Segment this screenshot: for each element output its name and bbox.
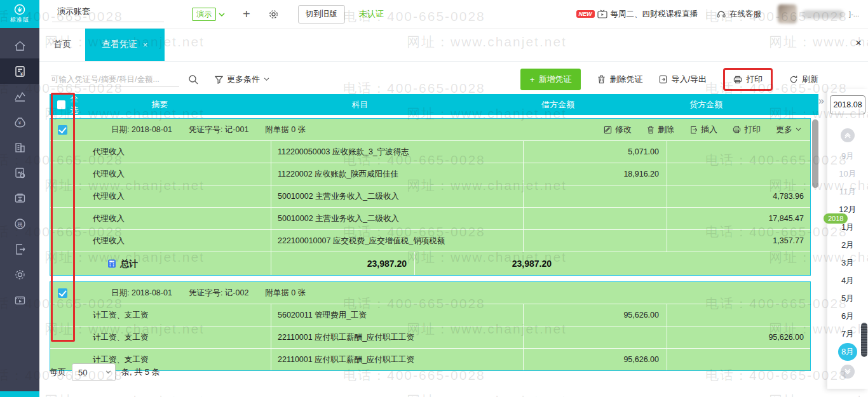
settings-gear-icon[interactable] (268, 9, 279, 20)
voucher-block: 日期: 2018-08-01 凭证字号: 记-002 附单据 0 张 计工资、支… (50, 281, 811, 371)
cashier-icon (13, 192, 27, 205)
app-window: 标准版 ¥ ¥ 税 (0, 0, 868, 397)
voucher-actions: 修改 删除 插入 打印 更多 (604, 119, 801, 140)
cloud-logo-icon (12, 4, 27, 15)
voucher-entry-row[interactable]: 代理收入 50010002 主营业务收入_二级收入 17,845.47 (50, 207, 810, 229)
entry-debit: 18,916.20 (523, 163, 667, 185)
trash-icon (597, 75, 606, 84)
month-item-5月[interactable]: 5月 (827, 290, 868, 307)
sidebar-item-voucher[interactable]: ¥ (0, 58, 39, 84)
scroll-down-icon[interactable] (841, 365, 855, 379)
chevron-down-icon[interactable] (219, 10, 225, 19)
uncertified-status[interactable]: 未认证 (359, 8, 384, 20)
live-course-link[interactable]: 每周二、四财税课程直播 (611, 9, 698, 20)
tab-close-icon[interactable]: × (143, 40, 148, 50)
sidebar-nav: ¥ ¥ 税 (0, 28, 39, 313)
voucher-entry-row[interactable]: 代理收入 112200050003 应收账款_3_宁波得志 5,071.00 (50, 140, 810, 163)
sidebar-item-asset[interactable] (0, 135, 39, 160)
entry-summary: 代理收入 (86, 230, 271, 252)
svg-text:¥: ¥ (20, 71, 23, 76)
month-item-10月[interactable]: 10月 (827, 165, 868, 183)
more-filter-button[interactable]: 更多条件 (215, 74, 269, 85)
table-header: 全选 摘要 科目 借方金额 贷方金额 (50, 94, 818, 115)
tab-label: 查看凭证 (102, 39, 137, 50)
add-voucher-button[interactable]: + 新增凭证 (520, 69, 581, 90)
voucher-entry-row[interactable]: 代理收入 222100010007 应交税费_应交增值税_销项税额 1,357.… (50, 229, 810, 252)
entry-summary: 代理收入 (86, 185, 271, 207)
entry-subject: 22110001 应付职工薪酬_应付职工工资 (271, 326, 523, 348)
month-item-8月[interactable]: 8月 (838, 343, 857, 361)
entry-credit (667, 141, 811, 163)
current-period[interactable]: 2018.08 (830, 95, 865, 114)
checkout-icon (13, 243, 27, 256)
voucher-header-row: 日期: 2018-08-01 凭证字号: 记-001 附单据 0 张 修改 删除… (50, 119, 810, 140)
page-size-select[interactable]: 50 (72, 363, 116, 381)
topbar-right: NEW 每周二、四财税课程直播 在线客服 ]-... (576, 4, 859, 24)
add-account-icon[interactable]: + (243, 8, 250, 20)
voucher-entry-row[interactable]: 计工资、支工资 22110001 应付职工薪酬_应付职工工资 95,626.00 (50, 348, 810, 370)
sidebar-item-report[interactable] (0, 84, 39, 109)
entry-credit: 4,783.96 (667, 185, 811, 207)
total-credit: 23,987.20 (414, 252, 559, 275)
printer-icon (733, 126, 741, 133)
search-input[interactable] (50, 72, 179, 87)
entry-subject: 22110001 应付职工薪酬_应付职工工资 (271, 349, 523, 370)
delete-row-button[interactable]: 删除 (647, 124, 674, 135)
voucher-header-row: 日期: 2018-08-01 凭证字号: 记-002 附单据 0 张 (50, 282, 810, 304)
settings-gear-icon (13, 268, 27, 281)
voucher-entry-row[interactable]: 代理收入 50010002 主营业务收入_二级收入 4,783.96 (50, 185, 810, 207)
sidebar-footer[interactable] (0, 391, 39, 397)
sidebar-item-home[interactable] (0, 33, 39, 58)
tabbar: 首页 查看凭证 × × (39, 28, 868, 62)
account-name[interactable]: 演示账套 (52, 6, 164, 22)
entry-subject: 11220002 应收账款_陕西咸阳佳佳 (271, 163, 523, 185)
tab-view-voucher[interactable]: 查看凭证 × (85, 28, 165, 61)
svg-text:¥: ¥ (18, 120, 21, 124)
sidebar-item-tax[interactable]: 税 (0, 211, 39, 236)
printer-icon (733, 76, 742, 84)
col-header-debit: 借方金额 (486, 99, 630, 111)
sidebar-item-fund[interactable]: ¥ (0, 109, 39, 135)
voucher-entry-row[interactable]: 计工资、支工资 56020011 管理费用_工资 95,626.00 (50, 304, 810, 326)
switch-old-version-button[interactable]: 切到旧版 (298, 5, 345, 24)
sidebar-item-settings[interactable] (0, 262, 39, 287)
insert-voucher-button[interactable]: 插入 (689, 124, 717, 135)
logo-label: 标准版 (10, 16, 29, 24)
month-item-3月[interactable]: 3月 (827, 254, 868, 272)
print-annotation-box: 打印 (723, 68, 773, 91)
sidebar-item-cashier[interactable] (0, 185, 39, 211)
online-service-link[interactable]: 在线客服 (729, 9, 761, 20)
scroll-up-icon[interactable] (841, 128, 855, 142)
voucher-entry-row[interactable]: 代理收入 11220002 应收账款_陕西咸阳佳佳 18,916.20 (50, 163, 810, 185)
scroll-drag-handle[interactable] (861, 323, 867, 357)
select-all-checkbox[interactable] (57, 100, 65, 109)
tab-home[interactable]: 首页 (39, 28, 85, 61)
month-item-4月[interactable]: 4月 (827, 272, 868, 290)
voucher-checkbox[interactable] (58, 125, 67, 135)
refresh-button[interactable]: 刷新 (789, 74, 818, 85)
table-scrollbar[interactable] (812, 119, 818, 188)
more-actions-button[interactable]: 更多 (776, 124, 801, 135)
entry-summary: 代理收入 (86, 141, 271, 163)
print-voucher-button[interactable]: 打印 (733, 124, 761, 135)
tv-icon (597, 10, 607, 18)
sidebar-item-video[interactable] (0, 287, 39, 313)
print-button[interactable]: 打印 (733, 74, 763, 85)
chevron-down-icon (105, 370, 111, 374)
sidebar-item-statement[interactable] (0, 160, 39, 185)
delete-voucher-button[interactable]: 删除凭证 (597, 74, 642, 85)
user-avatar[interactable] (778, 4, 797, 24)
collapse-panel-icon[interactable]: » (818, 95, 824, 107)
search-icon[interactable] (188, 74, 198, 84)
edit-voucher-button[interactable]: 修改 (604, 124, 632, 135)
voucher-checkbox[interactable] (58, 288, 67, 298)
close-icon[interactable]: × (855, 37, 862, 50)
voucher-entry-row[interactable]: 计工资、支工资 22110001 应付职工薪酬_应付职工工资 95,626.00 (50, 326, 810, 348)
month-item-11月[interactable]: 11月 (827, 183, 868, 201)
sidebar-item-checkout[interactable] (0, 236, 39, 262)
entry-debit: 95,626.00 (523, 304, 667, 326)
month-item-9月[interactable]: 9月 (827, 147, 868, 165)
month-item-2月[interactable]: 2月 (827, 236, 868, 254)
import-export-button[interactable]: 导入/导出 (659, 74, 707, 85)
headset-icon (716, 9, 726, 19)
